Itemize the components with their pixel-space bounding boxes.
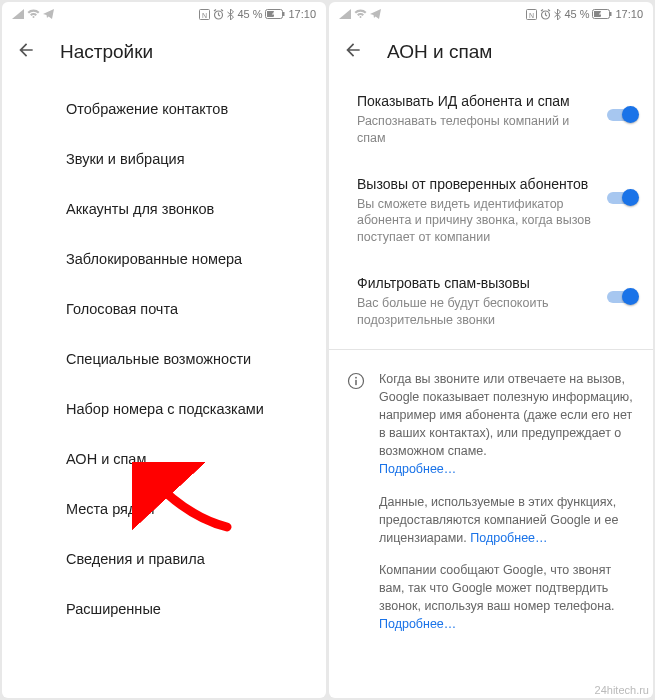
settings-screen: N 45 % 17:10 Настройки Отображение конта… — [2, 2, 326, 698]
option-verified-calls[interactable]: Вызовы от проверенных абонентов Вы сможе… — [329, 161, 653, 261]
option-filter-spam[interactable]: Фильтровать спам-вызовы Вас больше не бу… — [329, 260, 653, 343]
signal-icon — [12, 9, 24, 19]
signal-icon — [339, 9, 351, 19]
settings-item-contacts-display[interactable]: Отображение контактов — [2, 84, 326, 134]
watermark: 24hitech.ru — [595, 684, 649, 696]
svg-text:N: N — [202, 11, 207, 18]
nfc-icon: N — [526, 9, 537, 20]
info-paragraph: Когда вы звоните или отвечаете на вызов,… — [379, 370, 637, 479]
info-text-1: Когда вы звоните или отвечаете на вызов,… — [379, 372, 633, 459]
clock-time: 17:10 — [288, 8, 316, 20]
svg-point-13 — [355, 377, 357, 379]
caller-id-screen: N 45 % 17:10 АОН и спам Показывать ИД аб… — [329, 2, 653, 698]
app-header: АОН и спам — [329, 26, 653, 78]
battery-icon — [592, 9, 612, 19]
svg-rect-10 — [610, 12, 612, 16]
wifi-icon — [354, 9, 367, 19]
option-show-caller-id[interactable]: Показывать ИД абонента и спам Распознава… — [329, 78, 653, 161]
alarm-icon — [213, 9, 224, 20]
svg-rect-14 — [355, 380, 357, 385]
learn-more-link[interactable]: Подробнее… — [379, 617, 456, 631]
page-title: АОН и спам — [387, 41, 492, 63]
settings-item-dial-assist[interactable]: Набор номера с подсказками — [2, 384, 326, 434]
divider — [329, 349, 653, 350]
wifi-icon — [27, 9, 40, 19]
settings-item-about[interactable]: Сведения и правила — [2, 534, 326, 584]
page-title: Настройки — [60, 41, 153, 63]
learn-more-link[interactable]: Подробнее… — [379, 462, 456, 476]
info-paragraph: Компании сообщают Google, что звонят вам… — [379, 561, 637, 634]
option-desc: Распознавать телефоны компаний и спам — [357, 113, 595, 147]
svg-rect-4 — [283, 12, 285, 16]
info-icon — [347, 372, 365, 648]
bluetooth-icon — [227, 9, 234, 20]
battery-percent: 45 % — [564, 8, 589, 20]
clock-time: 17:10 — [615, 8, 643, 20]
status-bar: N 45 % 17:10 — [329, 2, 653, 26]
telegram-icon — [43, 9, 54, 19]
status-bar: N 45 % 17:10 — [2, 2, 326, 26]
settings-item-sounds[interactable]: Звуки и вибрация — [2, 134, 326, 184]
option-title: Показывать ИД абонента и спам — [357, 92, 595, 111]
battery-percent: 45 % — [237, 8, 262, 20]
telegram-icon — [370, 9, 381, 19]
battery-icon — [265, 9, 285, 19]
option-title: Фильтровать спам-вызовы — [357, 274, 595, 293]
toggle-switch[interactable] — [605, 189, 639, 207]
settings-item-caller-id-spam[interactable]: АОН и спам — [2, 434, 326, 484]
caller-id-content: Показывать ИД абонента и спам Распознава… — [329, 78, 653, 698]
option-desc: Вы сможете видеть идентификатор абонента… — [357, 196, 595, 247]
settings-item-advanced[interactable]: Расширенные — [2, 584, 326, 634]
back-button[interactable] — [343, 40, 363, 64]
learn-more-link[interactable]: Подробнее… — [470, 531, 547, 545]
svg-text:N: N — [529, 11, 534, 18]
settings-item-call-accounts[interactable]: Аккаунты для звонков — [2, 184, 326, 234]
settings-item-blocked[interactable]: Заблокированные номера — [2, 234, 326, 284]
bluetooth-icon — [554, 9, 561, 20]
toggle-switch[interactable] — [605, 288, 639, 306]
settings-item-places[interactable]: Места рядом — [2, 484, 326, 534]
option-title: Вызовы от проверенных абонентов — [357, 175, 595, 194]
info-paragraph: Данные, используемые в этих функциях, пр… — [379, 493, 637, 547]
nfc-icon: N — [199, 9, 210, 20]
back-button[interactable] — [16, 40, 36, 64]
app-header: Настройки — [2, 26, 326, 78]
settings-item-accessibility[interactable]: Специальные возможности — [2, 334, 326, 384]
info-text-3: Компании сообщают Google, что звонят вам… — [379, 563, 615, 613]
settings-item-voicemail[interactable]: Голосовая почта — [2, 284, 326, 334]
alarm-icon — [540, 9, 551, 20]
toggle-switch[interactable] — [605, 106, 639, 124]
option-desc: Вас больше не будут беспокоить подозрите… — [357, 295, 595, 329]
info-section: Когда вы звоните или отвечаете на вызов,… — [329, 356, 653, 648]
settings-list: Отображение контактов Звуки и вибрация А… — [2, 78, 326, 698]
